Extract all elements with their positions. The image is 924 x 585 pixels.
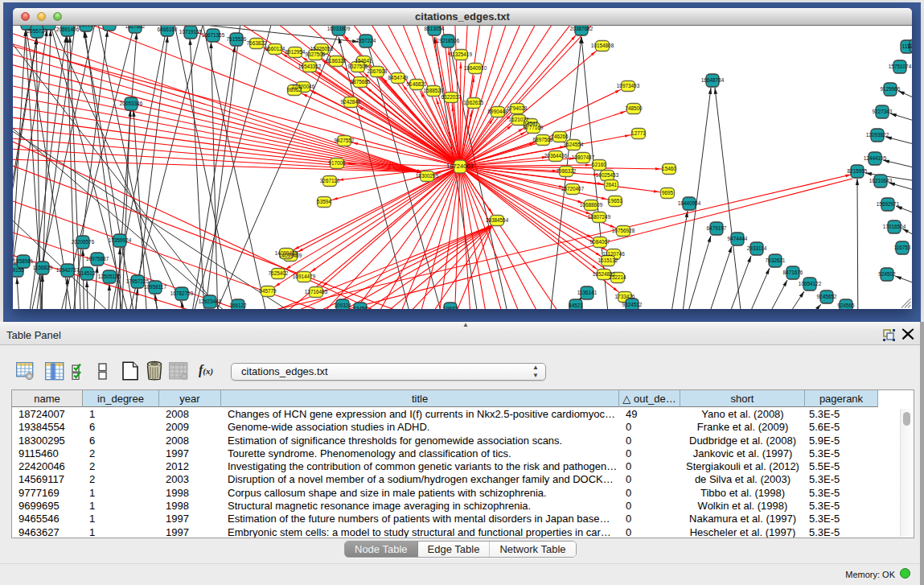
svg-text:10756928: 10756928 — [612, 228, 635, 233]
svg-text:2055724: 2055724 — [27, 28, 47, 34]
svg-text:7986322: 7986322 — [556, 168, 577, 174]
svg-text:20206576: 20206576 — [72, 239, 95, 245]
svg-text:3267110: 3267110 — [320, 178, 340, 183]
svg-text:18724007: 18724007 — [446, 163, 474, 170]
svg-text:8215955: 8215955 — [848, 168, 868, 174]
svg-text:6897568: 6897568 — [533, 137, 553, 142]
svg-text:39155: 39155 — [13, 267, 24, 273]
svg-text:1527602: 1527602 — [125, 26, 146, 29]
svg-text:3875685: 3875685 — [351, 79, 371, 84]
svg-text:19651: 19651 — [608, 198, 622, 204]
svg-text:10553267: 10553267 — [98, 26, 121, 27]
svg-text:20364436: 20364436 — [544, 153, 568, 159]
svg-text:9660124: 9660124 — [265, 46, 285, 51]
svg-text:116753: 116753 — [894, 245, 911, 250]
svg-text:10654122: 10654122 — [799, 281, 822, 286]
svg-text:16671355: 16671355 — [202, 32, 225, 38]
svg-text:924502: 924502 — [878, 271, 896, 277]
svg-text:9242848: 9242848 — [341, 99, 361, 105]
svg-text:11120746: 11120746 — [602, 251, 625, 257]
svg-text:16033809: 16033809 — [327, 26, 351, 31]
svg-text:19384554: 19384554 — [486, 217, 509, 223]
svg-text:748500: 748500 — [625, 105, 643, 111]
svg-text:1960918: 1960918 — [76, 26, 97, 27]
svg-text:18440954: 18440954 — [678, 200, 701, 206]
svg-text:924565: 924565 — [837, 303, 855, 308]
svg-text:84521: 84521 — [569, 303, 583, 308]
svg-text:8912954: 8912954 — [285, 49, 306, 55]
svg-text:10688609: 10688609 — [580, 202, 603, 208]
svg-text:15692971: 15692971 — [877, 201, 900, 207]
svg-text:9245652: 9245652 — [817, 294, 837, 299]
svg-text:171111: 171111 — [908, 43, 912, 48]
svg-text:16782759: 16782759 — [170, 290, 194, 296]
svg-text:19218506: 19218506 — [437, 38, 460, 43]
svg-text:17359924: 17359924 — [109, 237, 132, 243]
svg-text:62160: 62160 — [592, 162, 606, 167]
svg-text:18640910: 18640910 — [464, 65, 487, 71]
svg-text:8813054: 8813054 — [425, 26, 445, 31]
svg-text:16210643: 16210643 — [869, 178, 893, 183]
svg-text:166122: 166122 — [229, 303, 247, 308]
svg-text:8990448: 8990448 — [488, 109, 508, 114]
svg-text:11325419: 11325419 — [450, 51, 472, 57]
svg-text:16543352: 16543352 — [298, 64, 322, 69]
svg-text:53594: 53594 — [317, 199, 331, 204]
svg-text:8186328: 8186328 — [326, 58, 347, 64]
svg-text:10932: 10932 — [443, 306, 458, 309]
svg-text:9777169: 9777169 — [524, 125, 544, 130]
svg-text:1858981: 1858981 — [14, 258, 34, 264]
svg-text:7515526: 7515526 — [227, 36, 247, 42]
svg-text:9427552: 9427552 — [335, 138, 355, 143]
svg-text:20053346: 20053346 — [120, 101, 143, 106]
svg-text:10719155: 10719155 — [179, 29, 203, 35]
svg-text:17016504: 17016504 — [883, 224, 906, 229]
svg-text:9327505: 9327505 — [348, 64, 368, 69]
svg-text:1362615: 1362615 — [464, 100, 484, 105]
svg-text:17957225: 17957225 — [126, 278, 150, 284]
svg-text:13716485: 13716485 — [305, 289, 328, 295]
svg-text:12505135: 12505135 — [98, 274, 121, 279]
svg-text:6322037: 6322037 — [441, 94, 462, 100]
svg-text:15751074: 15751074 — [889, 64, 912, 69]
svg-text:7625402: 7625402 — [269, 270, 289, 276]
svg-text:7663822: 7663822 — [247, 40, 267, 46]
svg-text:9227343: 9227343 — [873, 109, 893, 114]
svg-text:15720407: 15720407 — [561, 186, 585, 192]
svg-text:917006: 917006 — [328, 160, 346, 166]
svg-text:12771: 12771 — [631, 130, 646, 136]
svg-text:9129966: 9129966 — [881, 86, 901, 92]
svg-text:2933114: 2933114 — [747, 245, 767, 251]
svg-text:3624554: 3624554 — [564, 142, 584, 147]
svg-text:12444195: 12444195 — [864, 155, 887, 161]
svg-text:10154808: 10154808 — [591, 43, 614, 48]
svg-text:20387682: 20387682 — [570, 26, 593, 31]
svg-text:10973493: 10973493 — [617, 83, 640, 89]
svg-text:15460: 15460 — [662, 166, 676, 171]
svg-text:10025453: 10025453 — [596, 172, 619, 178]
svg-text:8454749: 8454749 — [388, 75, 409, 80]
svg-text:12923448: 12923448 — [199, 299, 222, 304]
svg-text:98962: 98962 — [287, 87, 302, 93]
svg-text:945779: 945779 — [259, 288, 277, 294]
svg-text:15226058: 15226058 — [310, 46, 334, 51]
svg-text:1615132: 1615132 — [598, 257, 618, 263]
svg-text:16648784: 16648784 — [701, 77, 725, 83]
svg-text:18807249: 18807249 — [588, 214, 611, 220]
svg-text:7632621: 7632621 — [766, 257, 786, 263]
svg-text:9324512: 9324512 — [622, 302, 643, 307]
svg-text:1733426: 1733426 — [615, 294, 635, 299]
svg-text:10958117: 10958117 — [144, 284, 166, 290]
svg-text:20691406: 20691406 — [56, 27, 80, 32]
svg-text:114513: 114513 — [79, 270, 96, 276]
svg-text:6466160: 6466160 — [158, 27, 178, 32]
svg-text:1156829: 1156829 — [33, 265, 53, 270]
svg-text:10975887: 10975887 — [86, 256, 109, 262]
svg-text:9084067: 9084067 — [590, 239, 610, 245]
svg-text:252214: 252214 — [609, 274, 626, 280]
svg-text:16914479: 16914479 — [293, 274, 316, 279]
svg-text:9474444: 9474444 — [728, 236, 748, 241]
svg-text:1136141: 1136141 — [577, 290, 598, 295]
svg-text:18300295: 18300295 — [416, 173, 439, 179]
svg-text:6479197: 6479197 — [707, 225, 727, 231]
